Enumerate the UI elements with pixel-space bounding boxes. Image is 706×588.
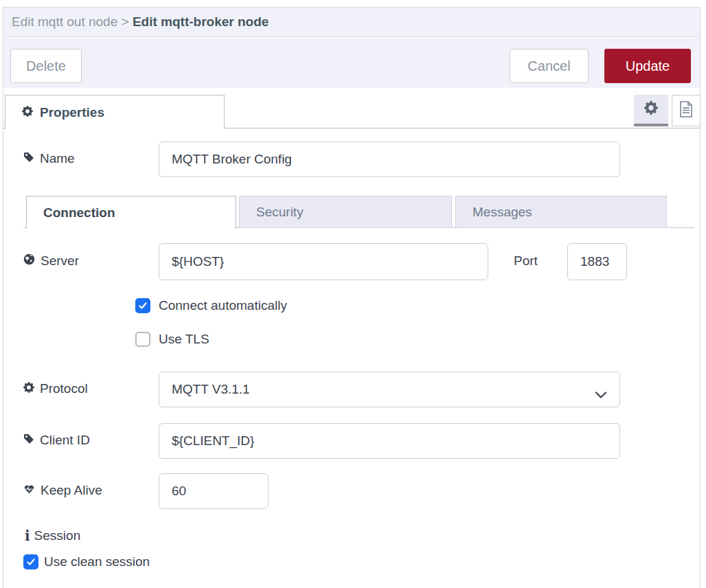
tab-connection[interactable]: Connection xyxy=(26,196,236,229)
keep-alive-input[interactable] xyxy=(159,473,269,509)
edit-node-dialog: Edit mqtt out node > Edit mqtt-broker no… xyxy=(3,7,701,588)
tab-properties[interactable]: Properties xyxy=(5,95,225,129)
protocol-label: Protocol xyxy=(23,381,88,396)
tab-messages[interactable]: Messages xyxy=(455,196,667,228)
server-row: Server Port xyxy=(23,243,696,280)
connect-auto-checkbox[interactable] xyxy=(135,298,150,313)
info-icon: i xyxy=(25,528,30,544)
use-tls-row: Use TLS xyxy=(135,332,209,347)
dialog-button-bar: Delete Cancel Update xyxy=(3,38,700,88)
server-label: Server xyxy=(23,253,79,269)
breadcrumb-parent[interactable]: Edit mqtt out node xyxy=(12,14,117,29)
name-label: Name xyxy=(23,151,75,166)
broker-tab-row: Connection Security Messages xyxy=(23,196,694,228)
update-button[interactable]: Update xyxy=(604,49,691,83)
heartbeat-icon xyxy=(23,483,35,498)
port-input[interactable] xyxy=(567,243,627,280)
globe-icon xyxy=(23,253,35,269)
keep-alive-row: Keep Alive xyxy=(23,473,696,509)
chevron-down-icon xyxy=(595,387,607,402)
tag-icon xyxy=(23,151,34,166)
clean-session-checkbox[interactable] xyxy=(23,554,38,569)
connect-auto-row: Connect automatically xyxy=(135,298,287,313)
connect-auto-label[interactable]: Connect automatically xyxy=(159,298,287,313)
gear-icon xyxy=(22,105,33,120)
breadcrumb-current: Edit mqtt-broker node xyxy=(133,14,269,29)
clean-session-row: Use clean session xyxy=(23,554,150,569)
session-header: i Session xyxy=(25,528,80,544)
gear-icon xyxy=(644,101,658,117)
tab-properties-label: Properties xyxy=(40,105,104,120)
use-tls-checkbox[interactable] xyxy=(135,332,150,347)
use-tls-label[interactable]: Use TLS xyxy=(159,332,209,347)
client-id-row: Client ID xyxy=(23,423,696,459)
client-id-label: Client ID xyxy=(23,433,90,448)
editor-tab-row: Properties xyxy=(3,95,700,128)
breadcrumb-separator: > xyxy=(122,14,133,29)
description-view-button[interactable] xyxy=(672,95,701,126)
tab-security[interactable]: Security xyxy=(239,196,452,228)
gear-icon xyxy=(23,381,34,396)
session-label: Session xyxy=(34,528,81,543)
keep-alive-label: Keep Alive xyxy=(23,483,102,498)
check-icon xyxy=(138,301,148,310)
check-icon xyxy=(26,557,36,567)
name-input[interactable] xyxy=(159,142,620,177)
breadcrumb: Edit mqtt out node > Edit mqtt-broker no… xyxy=(3,8,700,37)
document-icon xyxy=(679,101,693,120)
delete-button[interactable]: Delete xyxy=(10,49,82,83)
protocol-row: Protocol MQTT V3.1.1 xyxy=(23,372,696,407)
tag-icon xyxy=(23,433,34,448)
name-row: Name xyxy=(23,142,696,177)
client-id-input[interactable] xyxy=(159,423,620,459)
properties-view-button[interactable] xyxy=(634,95,668,126)
protocol-select[interactable]: MQTT V3.1.1 xyxy=(159,372,620,407)
port-label: Port xyxy=(514,253,538,269)
server-input[interactable] xyxy=(159,243,488,280)
clean-session-label[interactable]: Use clean session xyxy=(44,554,150,569)
cancel-button[interactable]: Cancel xyxy=(510,49,589,83)
